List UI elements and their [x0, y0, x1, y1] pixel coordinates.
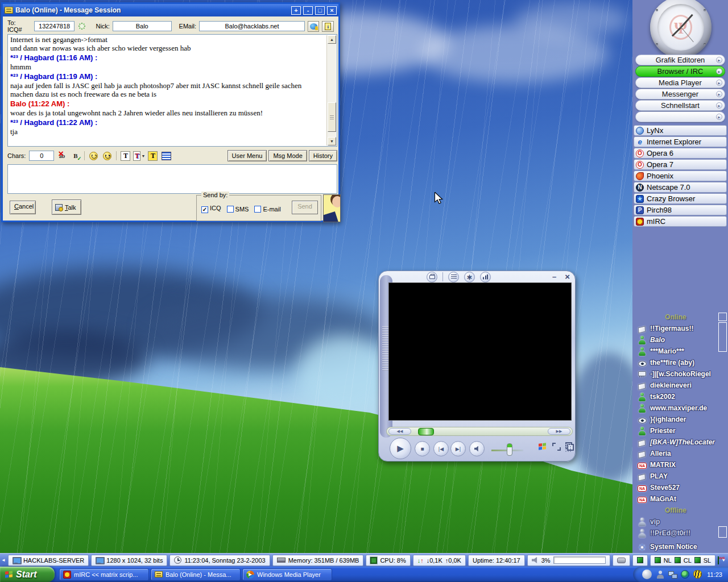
- message-input[interactable]: [7, 164, 337, 194]
- contact-item[interactable]: the**fire (aby): [632, 357, 719, 368]
- taskbar-task[interactable]: mIRC << matrix scrip...: [59, 568, 149, 581]
- previous-button[interactable]: |◀: [433, 441, 449, 456]
- online-group-header[interactable]: Online: [632, 311, 719, 323]
- app-shortcut[interactable]: Phoenix: [634, 171, 727, 181]
- offline-group-header[interactable]: Offline: [632, 505, 719, 516]
- contact-item[interactable]: diekleineveri: [632, 380, 719, 391]
- contact-item[interactable]: !!Tigermaus!!: [632, 323, 719, 334]
- contact-item[interactable]: ***Mario***: [632, 346, 719, 357]
- stop-button[interactable]: ■: [415, 441, 430, 456]
- spellcheck-off-icon[interactable]: ab: [56, 151, 68, 161]
- app-shortcut[interactable]: Pirch98: [634, 205, 727, 215]
- contact-item[interactable]: www.maxviper.de: [632, 402, 719, 414]
- checkbox[interactable]: ✓: [201, 206, 208, 213]
- user-page-button[interactable]: i: [322, 21, 334, 32]
- contact-item[interactable]: }{ighlander: [632, 414, 719, 425]
- emotion-icon[interactable]: [101, 151, 113, 161]
- tray-webcam-icon[interactable]: [656, 570, 664, 579]
- user-details-button[interactable]: [308, 21, 320, 32]
- tray-orb-icon[interactable]: [642, 569, 652, 579]
- add-user-button[interactable]: +: [291, 6, 301, 15]
- launcher-button[interactable]: Messenger: [635, 89, 725, 99]
- start-button[interactable]: Start: [0, 567, 55, 582]
- scroll-down-icon[interactable]: ▼: [328, 137, 336, 146]
- minimize-button[interactable]: -: [303, 6, 313, 15]
- app-shortcut[interactable]: Internet Explorer: [634, 136, 727, 147]
- launcher-button[interactable]: Grafik Editoren: [635, 55, 725, 65]
- contact-item[interactable]: tsk2002: [632, 391, 719, 402]
- scroll-up[interactable]: [718, 313, 727, 321]
- open-file-button[interactable]: [427, 272, 437, 282]
- message-history[interactable]: ▲ ▼ Internet is net gegangen->format und…: [7, 34, 337, 147]
- send-option[interactable]: SMS: [227, 206, 249, 213]
- contact-item[interactable]: MATRIX: [632, 459, 719, 471]
- app-shortcut[interactable]: LyNx: [634, 125, 727, 136]
- cancel-button[interactable]: Cancel: [10, 201, 36, 214]
- contact-item[interactable]: Alleria: [632, 448, 719, 459]
- scroll-down[interactable]: [718, 526, 727, 538]
- scroll-up-icon[interactable]: ▲: [328, 35, 336, 44]
- taskbar-task[interactable]: Windows Media Player: [242, 568, 332, 581]
- send-option[interactable]: E-mail: [254, 206, 280, 213]
- contact-item[interactable]: [BKA-W]TheLocater: [632, 436, 719, 448]
- equalizer-button[interactable]: [480, 272, 491, 282]
- minimize-button[interactable]: –: [552, 274, 556, 280]
- avg-antivirus-icon[interactable]: [718, 556, 719, 564]
- effects-button[interactable]: ∗: [464, 272, 475, 282]
- contact-item[interactable]: vip: [632, 516, 719, 527]
- font-plain-icon[interactable]: T: [119, 151, 131, 161]
- fastforward-button[interactable]: ▶▶: [548, 428, 570, 435]
- contact-item[interactable]: !!PrEd@t0r!!: [632, 527, 719, 539]
- icq-number-field[interactable]: 132247818: [34, 21, 74, 31]
- history-scrollbar[interactable]: ▲ ▼: [326, 35, 336, 146]
- contact-list-scrollbar[interactable]: [718, 313, 727, 550]
- app-shortcut[interactable]: mIRC: [634, 216, 727, 227]
- user-menu-button[interactable]: User Menu: [228, 150, 267, 161]
- play-button[interactable]: ▶: [390, 438, 411, 459]
- nick-field[interactable]: Balo: [113, 21, 172, 31]
- launcher-button[interactable]: Browser / IRC: [635, 66, 725, 77]
- resize-grip[interactable]: [565, 443, 572, 452]
- checkbox[interactable]: [227, 206, 234, 213]
- app-shortcut[interactable]: Opera 6: [634, 148, 727, 159]
- app-shortcut[interactable]: Netscape 7.0: [634, 182, 727, 193]
- contact-item[interactable]: Steve527: [632, 482, 719, 493]
- launcher-button[interactable]: Schnellstart: [635, 100, 725, 111]
- video-area[interactable]: [388, 282, 572, 421]
- playlist-button[interactable]: [448, 272, 459, 282]
- launcher-button[interactable]: [635, 111, 725, 122]
- format-template-icon[interactable]: [160, 151, 172, 161]
- smiley-icon[interactable]: [88, 151, 100, 161]
- contact-item[interactable]: -]|[w.SchokoRiegel: [632, 368, 719, 380]
- close-button[interactable]: ×: [565, 273, 570, 281]
- close-button[interactable]: ×: [327, 6, 337, 15]
- taskbar-task[interactable]: Balo (Online) - Messa...: [151, 568, 241, 581]
- send-button[interactable]: Send: [292, 201, 318, 214]
- volume-meter[interactable]: [553, 556, 606, 564]
- msg-mode-button[interactable]: Msg Mode: [268, 150, 307, 161]
- tray-globe-icon[interactable]: [681, 570, 689, 579]
- app-shortcut[interactable]: Crazy Browser: [634, 193, 727, 204]
- icq-titlebar[interactable]: Balo (Online) - Message Session + - □ ×: [3, 4, 338, 16]
- font-highlight-icon[interactable]: T: [147, 151, 159, 161]
- font-color-icon[interactable]: T▼: [133, 151, 145, 161]
- email-field[interactable]: Balo@hacklabs.net: [199, 21, 305, 31]
- scrollbar-thumb[interactable]: [328, 102, 336, 132]
- mute-button[interactable]: [469, 441, 485, 456]
- seek-bar[interactable]: ◀◀ ▶▶: [386, 427, 573, 436]
- rewind-button[interactable]: ◀◀: [388, 428, 411, 435]
- system-notice-item[interactable]: System Notice: [632, 541, 719, 552]
- next-button[interactable]: ▶|: [450, 441, 466, 456]
- contact-item[interactable]: PLAY: [632, 471, 719, 482]
- maximize-button[interactable]: □: [315, 6, 325, 15]
- launcher-button[interactable]: Media Player: [635, 77, 725, 88]
- toolbar-collapse-icon[interactable]: ◄: [1, 558, 6, 563]
- tray-icq-bee-icon[interactable]: [693, 570, 702, 579]
- send-option[interactable]: ✓ICQ: [201, 205, 221, 213]
- talk-button[interactable]: Talk: [52, 199, 81, 215]
- scrollbar-thumb[interactable]: [718, 322, 727, 352]
- volume-thumb[interactable]: [507, 443, 512, 456]
- autocorrect-icon[interactable]: B: [69, 151, 81, 161]
- contact-item[interactable]: Balo: [632, 334, 719, 346]
- contact-item[interactable]: Priester: [632, 425, 719, 436]
